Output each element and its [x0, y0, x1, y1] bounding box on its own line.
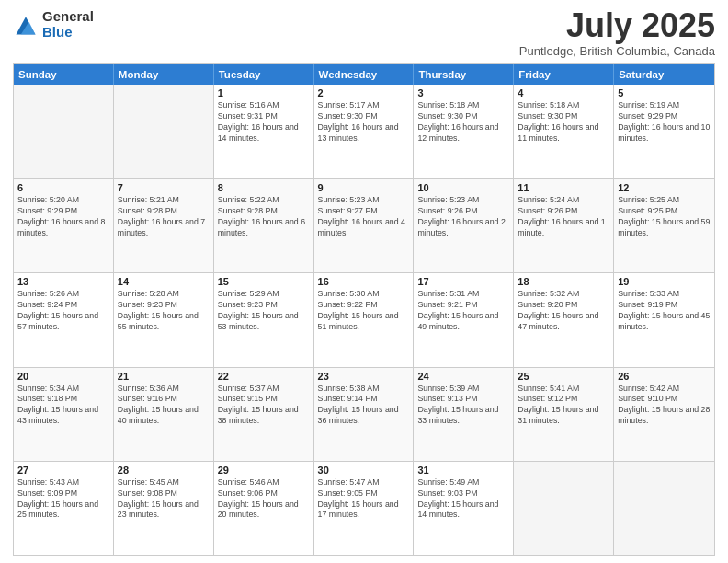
day-number: 28: [118, 465, 210, 476]
day-cell-28: 28Sunrise: 5:45 AMSunset: 9:08 PMDayligh…: [114, 462, 214, 555]
day-cell-15: 15Sunrise: 5:29 AMSunset: 9:23 PMDayligh…: [214, 273, 314, 366]
logo: General Blue: [13, 9, 94, 40]
day-info: Sunrise: 5:37 AMSunset: 9:15 PMDaylight:…: [218, 384, 310, 428]
day-info: Sunrise: 5:41 AMSunset: 9:12 PMDaylight:…: [518, 384, 609, 428]
day-info: Sunrise: 5:23 AMSunset: 9:26 PMDaylight:…: [417, 195, 509, 239]
day-info: Sunrise: 5:34 AMSunset: 9:18 PMDaylight:…: [17, 384, 109, 428]
day-cell-4: 4Sunrise: 5:18 AMSunset: 9:30 PMDaylight…: [514, 85, 614, 178]
day-number: 24: [417, 371, 509, 382]
day-info: Sunrise: 5:29 AMSunset: 9:23 PMDaylight:…: [218, 289, 310, 333]
day-cell-6: 6Sunrise: 5:20 AMSunset: 9:29 PMDaylight…: [14, 179, 114, 272]
day-info: Sunrise: 5:45 AMSunset: 9:08 PMDaylight:…: [118, 477, 210, 522]
day-number: 29: [218, 465, 310, 476]
day-number: 20: [17, 371, 109, 382]
day-number: 3: [417, 87, 509, 98]
day-cell-30: 30Sunrise: 5:47 AMSunset: 9:05 PMDayligh…: [314, 462, 415, 555]
day-number: 2: [318, 87, 410, 98]
day-number: 8: [218, 182, 310, 193]
day-cell-24: 24Sunrise: 5:39 AMSunset: 9:13 PMDayligh…: [414, 368, 514, 461]
month-title: July 2025: [519, 9, 715, 42]
day-cell-31: 31Sunrise: 5:49 AMSunset: 9:03 PMDayligh…: [414, 462, 514, 555]
day-cell-10: 10Sunrise: 5:23 AMSunset: 9:26 PMDayligh…: [414, 179, 514, 272]
day-cell-21: 21Sunrise: 5:36 AMSunset: 9:16 PMDayligh…: [114, 368, 214, 461]
day-number: 10: [417, 182, 509, 193]
day-number: 11: [518, 182, 609, 193]
day-info: Sunrise: 5:23 AMSunset: 9:27 PMDaylight:…: [318, 195, 410, 239]
day-cell-25: 25Sunrise: 5:41 AMSunset: 9:12 PMDayligh…: [514, 368, 614, 461]
logo-general-text: General: [42, 9, 94, 25]
day-of-week-monday: Monday: [114, 64, 214, 85]
day-of-week-tuesday: Tuesday: [214, 64, 314, 85]
logo-icon: [13, 12, 39, 38]
day-number: 4: [518, 87, 609, 98]
day-number: 30: [318, 465, 410, 476]
day-number: 21: [118, 371, 210, 382]
page: General Blue July 2025 Puntledge, Britis…: [0, 0, 728, 563]
day-cell-2: 2Sunrise: 5:17 AMSunset: 9:30 PMDaylight…: [314, 85, 415, 178]
day-info: Sunrise: 5:31 AMSunset: 9:21 PMDaylight:…: [417, 289, 509, 333]
day-cell-14: 14Sunrise: 5:28 AMSunset: 9:23 PMDayligh…: [114, 273, 214, 366]
day-info: Sunrise: 5:42 AMSunset: 9:10 PMDaylight:…: [618, 384, 711, 428]
day-info: Sunrise: 5:21 AMSunset: 9:28 PMDaylight:…: [118, 195, 210, 239]
empty-cell: [514, 462, 614, 555]
day-number: 7: [118, 182, 210, 193]
day-number: 6: [17, 182, 109, 193]
week-row-4: 20Sunrise: 5:34 AMSunset: 9:18 PMDayligh…: [14, 367, 714, 461]
day-cell-5: 5Sunrise: 5:19 AMSunset: 9:29 PMDaylight…: [614, 85, 714, 178]
day-number: 22: [218, 371, 310, 382]
day-info: Sunrise: 5:16 AMSunset: 9:31 PMDaylight:…: [218, 100, 310, 144]
day-info: Sunrise: 5:19 AMSunset: 9:29 PMDaylight:…: [618, 100, 711, 144]
day-info: Sunrise: 5:26 AMSunset: 9:24 PMDaylight:…: [17, 289, 109, 333]
day-cell-29: 29Sunrise: 5:46 AMSunset: 9:06 PMDayligh…: [214, 462, 314, 555]
day-of-week-wednesday: Wednesday: [314, 64, 415, 85]
day-number: 19: [618, 276, 711, 287]
location: Puntledge, British Columbia, Canada: [519, 44, 715, 58]
day-info: Sunrise: 5:39 AMSunset: 9:13 PMDaylight:…: [417, 384, 509, 428]
day-info: Sunrise: 5:28 AMSunset: 9:23 PMDaylight:…: [118, 289, 210, 333]
day-of-week-saturday: Saturday: [614, 64, 714, 85]
day-number: 1: [218, 87, 310, 98]
day-cell-13: 13Sunrise: 5:26 AMSunset: 9:24 PMDayligh…: [14, 273, 114, 366]
day-info: Sunrise: 5:49 AMSunset: 9:03 PMDaylight:…: [417, 477, 509, 522]
empty-cell: [614, 462, 714, 555]
logo-text: General Blue: [42, 9, 94, 40]
header: General Blue July 2025 Puntledge, Britis…: [13, 9, 715, 58]
day-cell-1: 1Sunrise: 5:16 AMSunset: 9:31 PMDaylight…: [214, 85, 314, 178]
day-number: 31: [417, 465, 509, 476]
day-info: Sunrise: 5:33 AMSunset: 9:19 PMDaylight:…: [618, 289, 711, 333]
week-row-1: 1Sunrise: 5:16 AMSunset: 9:31 PMDaylight…: [14, 85, 714, 178]
day-number: 23: [318, 371, 410, 382]
day-cell-18: 18Sunrise: 5:32 AMSunset: 9:20 PMDayligh…: [514, 273, 614, 366]
day-info: Sunrise: 5:32 AMSunset: 9:20 PMDaylight:…: [518, 289, 609, 333]
day-cell-26: 26Sunrise: 5:42 AMSunset: 9:10 PMDayligh…: [614, 368, 714, 461]
week-row-3: 13Sunrise: 5:26 AMSunset: 9:24 PMDayligh…: [14, 272, 714, 366]
day-cell-11: 11Sunrise: 5:24 AMSunset: 9:26 PMDayligh…: [514, 179, 614, 272]
day-info: Sunrise: 5:38 AMSunset: 9:14 PMDaylight:…: [318, 384, 410, 428]
day-cell-27: 27Sunrise: 5:43 AMSunset: 9:09 PMDayligh…: [14, 462, 114, 555]
day-cell-17: 17Sunrise: 5:31 AMSunset: 9:21 PMDayligh…: [414, 273, 514, 366]
day-cell-23: 23Sunrise: 5:38 AMSunset: 9:14 PMDayligh…: [314, 368, 415, 461]
day-number: 16: [318, 276, 410, 287]
day-cell-8: 8Sunrise: 5:22 AMSunset: 9:28 PMDaylight…: [214, 179, 314, 272]
day-info: Sunrise: 5:17 AMSunset: 9:30 PMDaylight:…: [318, 100, 410, 144]
day-cell-19: 19Sunrise: 5:33 AMSunset: 9:19 PMDayligh…: [614, 273, 714, 366]
day-number: 27: [17, 465, 109, 476]
day-number: 12: [618, 182, 711, 193]
empty-cell: [14, 85, 114, 178]
day-of-week-thursday: Thursday: [414, 64, 514, 85]
day-cell-9: 9Sunrise: 5:23 AMSunset: 9:27 PMDaylight…: [314, 179, 415, 272]
day-cell-22: 22Sunrise: 5:37 AMSunset: 9:15 PMDayligh…: [214, 368, 314, 461]
day-info: Sunrise: 5:46 AMSunset: 9:06 PMDaylight:…: [218, 477, 310, 522]
day-info: Sunrise: 5:30 AMSunset: 9:22 PMDaylight:…: [318, 289, 410, 333]
day-number: 5: [618, 87, 711, 98]
day-info: Sunrise: 5:47 AMSunset: 9:05 PMDaylight:…: [318, 477, 410, 522]
day-of-week-sunday: Sunday: [14, 64, 114, 85]
day-cell-7: 7Sunrise: 5:21 AMSunset: 9:28 PMDaylight…: [114, 179, 214, 272]
day-info: Sunrise: 5:43 AMSunset: 9:09 PMDaylight:…: [17, 477, 109, 522]
calendar-header: SundayMondayTuesdayWednesdayThursdayFrid…: [14, 64, 714, 85]
day-info: Sunrise: 5:24 AMSunset: 9:26 PMDaylight:…: [518, 195, 609, 239]
day-of-week-friday: Friday: [514, 64, 614, 85]
day-info: Sunrise: 5:22 AMSunset: 9:28 PMDaylight:…: [218, 195, 310, 239]
day-number: 26: [618, 371, 711, 382]
day-info: Sunrise: 5:25 AMSunset: 9:25 PMDaylight:…: [618, 195, 711, 239]
